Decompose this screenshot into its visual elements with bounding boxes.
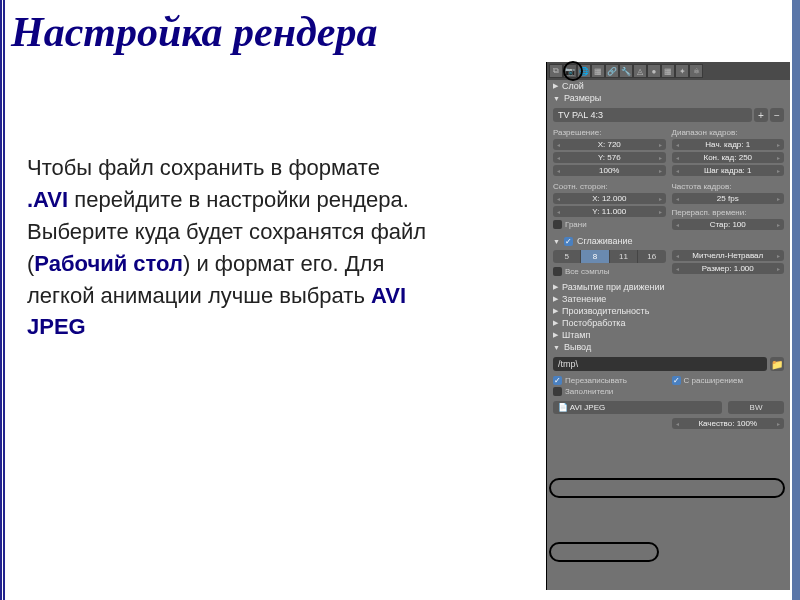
aspect-x-field[interactable]: X: 12.000 [553, 193, 666, 204]
panel-label: Штамп [562, 330, 590, 340]
panel-shading[interactable]: Затенение [547, 293, 790, 305]
frame-range-label: Диапазон кадров: [672, 126, 785, 139]
resolution-label: Разрешение: [553, 126, 666, 139]
time-remap-field[interactable]: Стар: 100 [672, 219, 785, 230]
overwrite-checkbox[interactable]: Перезаписывать [553, 375, 666, 386]
frame-start-field[interactable]: Нач. кадр: 1 [672, 139, 785, 150]
color-mode-bw[interactable]: BW [728, 401, 784, 414]
res-y-field[interactable]: Y: 576 [553, 152, 666, 163]
aa-8[interactable]: 8 [581, 250, 609, 263]
tab-icon[interactable]: ⚛ [689, 64, 703, 78]
full-sample-checkbox[interactable]: Все сэмплы [553, 266, 666, 277]
frame-step-field[interactable]: Шаг кадра: 1 [672, 165, 785, 176]
frame-end-field[interactable]: Кон. кад: 250 [672, 152, 785, 163]
panel-label: Слой [562, 81, 584, 91]
aa-16[interactable]: 16 [638, 250, 665, 263]
highlight-avi: .AVI [27, 187, 68, 212]
tab-icon[interactable]: ● [647, 64, 661, 78]
extensions-checkbox[interactable]: С расширением [672, 375, 785, 386]
panel-dimensions[interactable]: Размеры [547, 92, 790, 104]
tab-icon[interactable]: ◬ [633, 64, 647, 78]
highlight-desktop: Рабочий стол [34, 251, 183, 276]
panel-label: Вывод [564, 342, 591, 352]
text: перейдите в настройки рендера. [68, 187, 409, 212]
res-x-field[interactable]: X: 720 [553, 139, 666, 150]
time-remap-label: Перерасп. времени: [672, 206, 785, 219]
panel-output[interactable]: Вывод [547, 341, 790, 353]
fps-label: Частота кадров: [672, 180, 785, 193]
tab-icon[interactable]: ▦ [591, 64, 605, 78]
panel-aa[interactable]: Сглаживание [547, 235, 790, 247]
properties-header-tabs[interactable]: ⧉ 📷 🌐 ▦ 🔗 🔧 ◬ ● ▦ ✦ ⚛ [547, 62, 790, 80]
aspect-y-field[interactable]: Y: 11.000 [553, 206, 666, 217]
placeholders-checkbox[interactable]: Заполнители [553, 386, 666, 397]
panel-label: Затенение [562, 294, 606, 304]
tab-icon[interactable]: 🔗 [605, 64, 619, 78]
preset-remove-button[interactable]: − [770, 108, 784, 122]
aa-11[interactable]: 11 [610, 250, 638, 263]
quality-field[interactable]: Качество: 100% [672, 418, 785, 429]
panel-stamp[interactable]: Штамп [547, 329, 790, 341]
panel-label: Размеры [564, 93, 601, 103]
render-tab-icon[interactable]: 📷 [563, 64, 577, 78]
output-path-field[interactable]: /tmp\ [553, 357, 767, 371]
panel-layers[interactable]: Слой [547, 80, 790, 92]
panel-label: Сглаживание [577, 236, 633, 246]
fps-field[interactable]: 25 fps [672, 193, 785, 204]
body-paragraph: Чтобы файл сохранить в формате .AVI пере… [27, 152, 427, 343]
aa-samples-buttons[interactable]: 5 8 11 16 [553, 250, 666, 263]
panel-post[interactable]: Постобработка [547, 317, 790, 329]
annotation-oval-output-path [549, 478, 785, 498]
panel-label: Размытие при движении [562, 282, 665, 292]
text: Чтобы файл сохранить в формате [27, 155, 380, 180]
preset-value: TV PAL 4:3 [558, 110, 603, 120]
aa-enable-checkbox[interactable] [564, 237, 573, 246]
text: выбрать [279, 283, 371, 308]
render-preset-dropdown[interactable]: TV PAL 4:3 [553, 108, 752, 122]
slide-title: Настройка рендера [5, 0, 800, 60]
blender-render-panel: ⧉ 📷 🌐 ▦ 🔗 🔧 ◬ ● ▦ ✦ ⚛ Слой Размеры TV PA… [546, 62, 790, 590]
aa-5[interactable]: 5 [553, 250, 581, 263]
panel-label: Производительность [562, 306, 649, 316]
panel-performance[interactable]: Производительность [547, 305, 790, 317]
text: Выберите куда будет сохранятся [27, 219, 365, 244]
tab-icon[interactable]: ▦ [661, 64, 675, 78]
panel-motion-blur[interactable]: Размытие при движении [547, 281, 790, 293]
preset-add-button[interactable]: + [754, 108, 768, 122]
text: ) и формат его. [183, 251, 339, 276]
res-percent-field[interactable]: 100% [553, 165, 666, 176]
panel-label: Постобработка [562, 318, 625, 328]
file-format-dropdown[interactable]: 📄 AVI JPEG [553, 401, 722, 414]
slide-edge [792, 0, 800, 600]
border-checkbox[interactable]: Грани [553, 219, 666, 230]
aa-filter-dropdown[interactable]: Митчелл-Нетравал [672, 250, 785, 261]
aa-size-field[interactable]: Размер: 1.000 [672, 263, 785, 274]
annotation-oval-file-format [549, 542, 659, 562]
tab-icon[interactable]: 🌐 [577, 64, 591, 78]
browse-folder-button[interactable]: 📁 [770, 357, 784, 371]
aspect-label: Соотн. сторон: [553, 180, 666, 193]
tab-icon[interactable]: 🔧 [619, 64, 633, 78]
tab-icon[interactable]: ⧉ [549, 64, 563, 78]
tab-icon[interactable]: ✦ [675, 64, 689, 78]
